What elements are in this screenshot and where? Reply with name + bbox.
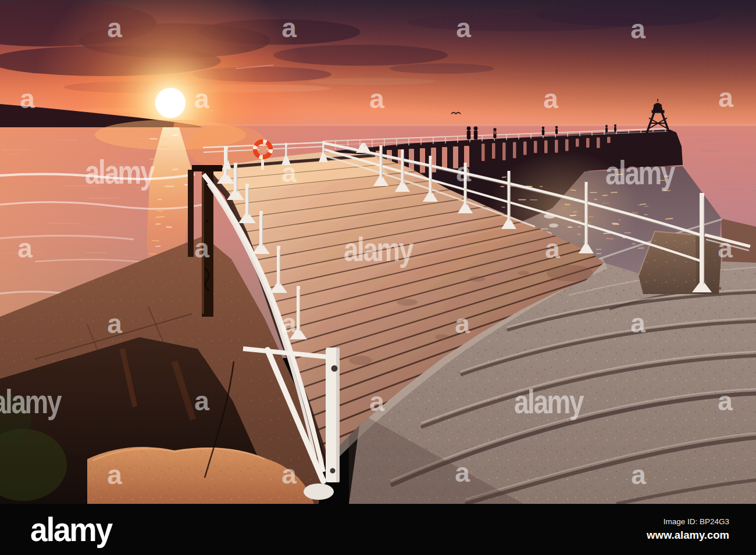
svg-text:alamy: alamy <box>0 382 62 420</box>
svg-text:alamy: alamy <box>85 153 155 191</box>
svg-text:a: a <box>107 460 122 490</box>
alamy-url: www.alamy.com <box>647 529 729 542</box>
horizon-line <box>204 124 756 126</box>
pier-sunset-photo: alamyalamyalamyalamyalamyaaaaaaaaaaaaaaa… <box>0 0 756 504</box>
svg-text:a: a <box>281 157 297 188</box>
svg-text:a: a <box>718 233 733 263</box>
sun <box>155 88 186 118</box>
svg-text:a: a <box>631 460 646 490</box>
svg-text:alamy: alamy <box>344 230 413 268</box>
svg-text:a: a <box>630 14 646 44</box>
alamy-logo: alamy <box>30 513 112 546</box>
stock-photo-page: alamyalamyalamyalamyalamyaaaaaaaaaaaaaaa… <box>0 0 756 555</box>
svg-text:alamy: alamy <box>514 382 584 420</box>
svg-text:a: a <box>20 84 35 114</box>
svg-text:a: a <box>630 308 646 338</box>
svg-text:a: a <box>455 457 470 488</box>
image-id-label: Image ID: BP24G3 <box>647 517 729 526</box>
svg-text:a: a <box>718 83 733 113</box>
alamy-footer-bar: alamy Image ID: BP24G3 www.alamy.com <box>0 504 756 555</box>
svg-text:a: a <box>545 234 560 264</box>
svg-text:a: a <box>194 233 209 263</box>
svg-text:a: a <box>17 233 33 263</box>
svg-text:a: a <box>456 157 471 187</box>
svg-text:a: a <box>281 13 297 43</box>
svg-text:a: a <box>281 459 297 489</box>
svg-text:a: a <box>718 386 733 416</box>
svg-text:alamy: alamy <box>605 153 675 191</box>
svg-text:a: a <box>455 309 470 339</box>
svg-text:a: a <box>369 84 384 114</box>
svg-text:a: a <box>369 386 384 417</box>
svg-text:a: a <box>456 13 471 43</box>
svg-text:a: a <box>107 309 122 339</box>
svg-text:a: a <box>107 13 122 43</box>
svg-text:a: a <box>194 386 209 416</box>
svg-text:a: a <box>543 84 558 114</box>
svg-text:a: a <box>194 84 209 114</box>
svg-text:a: a <box>281 308 297 338</box>
